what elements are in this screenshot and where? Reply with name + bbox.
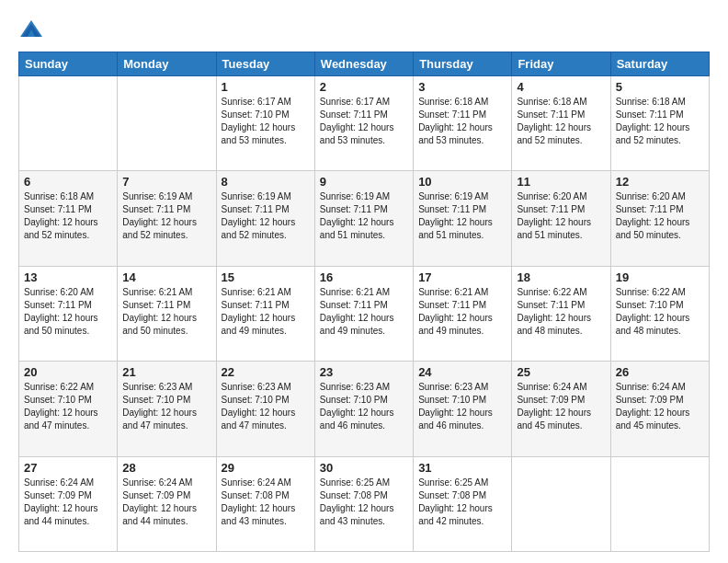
day-number: 22 <box>222 365 310 379</box>
calendar-cell: 21 Sunrise: 6:23 AMSunset: 7:10 PMDaylig… <box>118 362 216 456</box>
day-info: Sunrise: 6:24 AMSunset: 7:09 PMDaylight:… <box>616 382 690 431</box>
calendar-cell: 31 Sunrise: 6:25 AMSunset: 7:08 PMDaylig… <box>414 456 512 551</box>
day-info: Sunrise: 6:18 AMSunset: 7:11 PMDaylight:… <box>616 97 690 145</box>
day-number: 1 <box>222 80 310 94</box>
calendar-cell: 3 Sunrise: 6:18 AMSunset: 7:11 PMDayligh… <box>414 76 512 171</box>
day-info: Sunrise: 6:24 AMSunset: 7:09 PMDaylight:… <box>517 382 591 431</box>
calendar-week-row: 27 Sunrise: 6:24 AMSunset: 7:09 PMDaylig… <box>19 456 710 551</box>
calendar-cell: 26 Sunrise: 6:24 AMSunset: 7:09 PMDaylig… <box>610 362 709 456</box>
calendar-cell: 2 Sunrise: 6:17 AMSunset: 7:11 PMDayligh… <box>314 76 413 171</box>
calendar-cell: 25 Sunrise: 6:24 AMSunset: 7:09 PMDaylig… <box>512 362 610 456</box>
calendar-cell: 27 Sunrise: 6:24 AMSunset: 7:09 PMDaylig… <box>19 456 118 551</box>
calendar-week-row: 6 Sunrise: 6:18 AMSunset: 7:11 PMDayligh… <box>19 171 710 266</box>
day-number: 28 <box>122 461 210 475</box>
day-number: 14 <box>122 270 210 284</box>
calendar-cell: 15 Sunrise: 6:21 AMSunset: 7:11 PMDaylig… <box>216 266 314 361</box>
calendar-cell: 7 Sunrise: 6:19 AMSunset: 7:11 PMDayligh… <box>118 171 216 266</box>
day-info: Sunrise: 6:25 AMSunset: 7:08 PMDaylight:… <box>418 477 493 526</box>
day-number: 7 <box>122 175 210 189</box>
calendar-cell: 19 Sunrise: 6:22 AMSunset: 7:10 PMDaylig… <box>610 266 709 361</box>
day-number: 27 <box>24 461 112 475</box>
day-info: Sunrise: 6:24 AMSunset: 7:09 PMDaylight:… <box>24 477 98 526</box>
logo <box>18 17 48 42</box>
calendar-cell: 18 Sunrise: 6:22 AMSunset: 7:11 PMDaylig… <box>512 266 610 361</box>
calendar-cell: 17 Sunrise: 6:21 AMSunset: 7:11 PMDaylig… <box>414 266 512 361</box>
calendar-week-row: 13 Sunrise: 6:20 AMSunset: 7:11 PMDaylig… <box>19 266 710 361</box>
day-info: Sunrise: 6:23 AMSunset: 7:10 PMDaylight:… <box>122 382 197 431</box>
calendar-cell: 6 Sunrise: 6:18 AMSunset: 7:11 PMDayligh… <box>19 171 118 266</box>
day-of-week-header: Sunday <box>19 52 118 76</box>
calendar-cell: 8 Sunrise: 6:19 AMSunset: 7:11 PMDayligh… <box>216 171 314 266</box>
calendar-cell: 23 Sunrise: 6:23 AMSunset: 7:10 PMDaylig… <box>314 362 413 456</box>
day-info: Sunrise: 6:17 AMSunset: 7:10 PMDaylight:… <box>222 97 296 145</box>
day-number: 19 <box>616 270 704 284</box>
day-info: Sunrise: 6:20 AMSunset: 7:11 PMDaylight:… <box>616 191 690 240</box>
calendar-cell: 13 Sunrise: 6:20 AMSunset: 7:11 PMDaylig… <box>19 266 118 361</box>
day-of-week-header: Thursday <box>414 52 512 76</box>
day-info: Sunrise: 6:25 AMSunset: 7:08 PMDaylight:… <box>320 477 394 526</box>
day-info: Sunrise: 6:19 AMSunset: 7:11 PMDaylight:… <box>122 191 197 240</box>
day-info: Sunrise: 6:18 AMSunset: 7:11 PMDaylight:… <box>418 97 493 145</box>
day-of-week-header: Saturday <box>610 52 709 76</box>
day-number: 4 <box>517 80 605 94</box>
calendar-cell: 12 Sunrise: 6:20 AMSunset: 7:11 PMDaylig… <box>610 171 709 266</box>
day-number: 29 <box>222 461 310 475</box>
day-of-week-header: Tuesday <box>216 52 314 76</box>
calendar-cell: 29 Sunrise: 6:24 AMSunset: 7:08 PMDaylig… <box>216 456 314 551</box>
day-number: 26 <box>616 365 704 379</box>
calendar-cell: 22 Sunrise: 6:23 AMSunset: 7:10 PMDaylig… <box>216 362 314 456</box>
calendar-cell: 1 Sunrise: 6:17 AMSunset: 7:10 PMDayligh… <box>216 76 314 171</box>
header <box>18 17 710 42</box>
calendar-cell: 20 Sunrise: 6:22 AMSunset: 7:10 PMDaylig… <box>19 362 118 456</box>
day-info: Sunrise: 6:19 AMSunset: 7:11 PMDaylight:… <box>320 191 394 240</box>
day-info: Sunrise: 6:23 AMSunset: 7:10 PMDaylight:… <box>418 382 493 431</box>
day-number: 6 <box>24 175 112 189</box>
calendar-cell <box>610 456 709 551</box>
day-of-week-header: Wednesday <box>314 52 413 76</box>
calendar-cell <box>19 76 118 171</box>
page: SundayMondayTuesdayWednesdayThursdayFrid… <box>0 0 728 563</box>
day-number: 31 <box>418 461 506 475</box>
calendar-week-row: 20 Sunrise: 6:22 AMSunset: 7:10 PMDaylig… <box>19 362 710 456</box>
day-info: Sunrise: 6:21 AMSunset: 7:11 PMDaylight:… <box>122 287 197 336</box>
day-info: Sunrise: 6:20 AMSunset: 7:11 PMDaylight:… <box>517 191 591 240</box>
calendar: SundayMondayTuesdayWednesdayThursdayFrid… <box>18 52 710 552</box>
day-info: Sunrise: 6:24 AMSunset: 7:08 PMDaylight:… <box>222 477 296 526</box>
day-number: 16 <box>320 270 408 284</box>
day-info: Sunrise: 6:20 AMSunset: 7:11 PMDaylight:… <box>24 287 98 336</box>
calendar-cell: 30 Sunrise: 6:25 AMSunset: 7:08 PMDaylig… <box>314 456 413 551</box>
day-info: Sunrise: 6:23 AMSunset: 7:10 PMDaylight:… <box>320 382 394 431</box>
day-info: Sunrise: 6:19 AMSunset: 7:11 PMDaylight:… <box>222 191 296 240</box>
calendar-cell: 28 Sunrise: 6:24 AMSunset: 7:09 PMDaylig… <box>118 456 216 551</box>
day-info: Sunrise: 6:21 AMSunset: 7:11 PMDaylight:… <box>418 287 493 336</box>
calendar-cell <box>512 456 610 551</box>
day-number: 15 <box>222 270 310 284</box>
day-number: 18 <box>517 270 605 284</box>
logo-icon <box>18 17 44 42</box>
day-of-week-header: Monday <box>118 52 216 76</box>
day-info: Sunrise: 6:21 AMSunset: 7:11 PMDaylight:… <box>320 287 394 336</box>
day-number: 9 <box>320 175 408 189</box>
calendar-cell: 11 Sunrise: 6:20 AMSunset: 7:11 PMDaylig… <box>512 171 610 266</box>
calendar-cell: 24 Sunrise: 6:23 AMSunset: 7:10 PMDaylig… <box>414 362 512 456</box>
day-info: Sunrise: 6:19 AMSunset: 7:11 PMDaylight:… <box>418 191 493 240</box>
day-number: 17 <box>418 270 506 284</box>
calendar-cell: 5 Sunrise: 6:18 AMSunset: 7:11 PMDayligh… <box>610 76 709 171</box>
day-number: 5 <box>616 80 704 94</box>
day-number: 25 <box>517 365 605 379</box>
day-number: 8 <box>222 175 310 189</box>
day-info: Sunrise: 6:17 AMSunset: 7:11 PMDaylight:… <box>320 97 394 145</box>
day-info: Sunrise: 6:22 AMSunset: 7:10 PMDaylight:… <box>616 287 690 336</box>
day-info: Sunrise: 6:22 AMSunset: 7:10 PMDaylight:… <box>24 382 98 431</box>
day-info: Sunrise: 6:24 AMSunset: 7:09 PMDaylight:… <box>122 477 197 526</box>
day-number: 20 <box>24 365 112 379</box>
day-info: Sunrise: 6:18 AMSunset: 7:11 PMDaylight:… <box>24 191 98 240</box>
day-number: 23 <box>320 365 408 379</box>
day-number: 12 <box>616 175 704 189</box>
day-info: Sunrise: 6:18 AMSunset: 7:11 PMDaylight:… <box>517 97 591 145</box>
calendar-cell: 10 Sunrise: 6:19 AMSunset: 7:11 PMDaylig… <box>414 171 512 266</box>
calendar-week-row: 1 Sunrise: 6:17 AMSunset: 7:10 PMDayligh… <box>19 76 710 171</box>
calendar-cell: 14 Sunrise: 6:21 AMSunset: 7:11 PMDaylig… <box>118 266 216 361</box>
calendar-cell: 4 Sunrise: 6:18 AMSunset: 7:11 PMDayligh… <box>512 76 610 171</box>
day-number: 30 <box>320 461 408 475</box>
